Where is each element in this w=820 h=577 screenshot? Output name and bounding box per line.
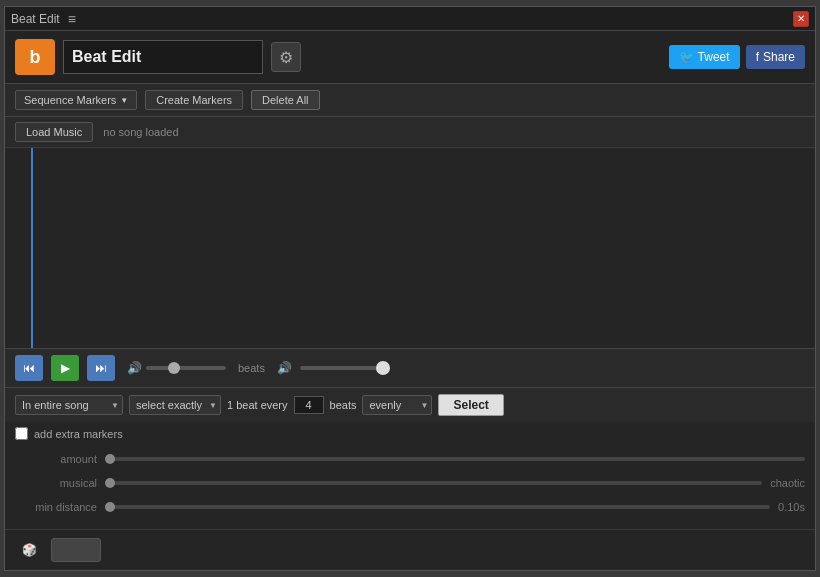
- header: b ⚙ 🐦 Tweet f Share: [5, 31, 815, 84]
- app-title-input[interactable]: [63, 40, 263, 74]
- gear-icon: ⚙: [279, 48, 293, 67]
- musical-slider-thumb[interactable]: [105, 478, 115, 488]
- beats-volume-icon: 🔊: [277, 361, 292, 375]
- beats-volume-section: 🔊: [277, 361, 390, 375]
- skip-forward-button[interactable]: ⏭: [87, 355, 115, 381]
- facebook-icon: f: [756, 50, 759, 64]
- sequence-markers-dropdown[interactable]: Sequence Markers: [15, 90, 137, 110]
- evenly-dropdown-wrapper: evenly randomly: [362, 395, 432, 415]
- min-distance-value: 0.10s: [778, 501, 805, 513]
- share-button[interactable]: f Share: [746, 45, 805, 69]
- slider-rows: amount musical chaotic min distance 0.10…: [5, 445, 815, 529]
- waveform-display: [5, 148, 815, 348]
- render-icon: 🎲: [15, 536, 43, 564]
- create-markers-label: Create Markers: [156, 94, 232, 106]
- create-markers-button[interactable]: Create Markers: [145, 90, 243, 110]
- window-title: Beat Edit: [11, 12, 60, 26]
- volume-icon: 🔊: [127, 361, 142, 375]
- waveform-area: [5, 148, 815, 348]
- select-mode-dropdown-wrapper: select exactly select at least select at…: [129, 395, 221, 415]
- select-button[interactable]: Select: [438, 394, 503, 416]
- tweet-label: Tweet: [698, 50, 730, 64]
- extra-markers-row: add extra markers: [5, 422, 815, 445]
- main-window: Beat Edit ≡ ✕ b ⚙ 🐦 Tweet f Share Sequ: [4, 6, 816, 571]
- no-song-status: no song loaded: [103, 126, 178, 138]
- share-label: Share: [763, 50, 795, 64]
- beats-slider-thumb[interactable]: [376, 361, 390, 375]
- close-button[interactable]: ✕: [793, 11, 809, 27]
- delete-all-label: Delete All: [262, 94, 308, 106]
- settings-button[interactable]: ⚙: [271, 42, 301, 72]
- amount-row: amount: [15, 449, 805, 469]
- title-bar: Beat Edit ≡ ✕: [5, 7, 815, 31]
- min-distance-slider-track[interactable]: [105, 505, 770, 509]
- chaotic-label: chaotic: [770, 477, 805, 489]
- transport-bar: ⏮ ▶ ⏭ 🔊 beats 🔊: [5, 348, 815, 388]
- load-music-button[interactable]: Load Music: [15, 122, 93, 142]
- min-distance-label: min distance: [15, 501, 105, 513]
- beat-number-input[interactable]: [294, 396, 324, 414]
- toolbar: Sequence Markers Create Markers Delete A…: [5, 84, 815, 117]
- add-extra-markers-label[interactable]: add extra markers: [15, 427, 123, 440]
- sequence-markers-label: Sequence Markers: [24, 94, 116, 106]
- musical-chaotic-row: musical chaotic: [15, 473, 805, 493]
- add-extra-markers-checkbox[interactable]: [15, 427, 28, 440]
- logo: b: [15, 39, 55, 75]
- play-icon: ▶: [61, 361, 70, 375]
- amount-label: amount: [15, 453, 105, 465]
- menu-icon[interactable]: ≡: [68, 11, 76, 27]
- load-row: Load Music no song loaded: [5, 117, 815, 148]
- beats-label: beats: [238, 362, 265, 374]
- beats-slider-track[interactable]: [300, 366, 390, 370]
- evenly-dropdown[interactable]: evenly randomly: [362, 395, 432, 415]
- bottom-bar: 🎲: [5, 529, 815, 570]
- beats-unit-label: beats: [330, 399, 357, 411]
- amount-slider-thumb[interactable]: [105, 454, 115, 464]
- twitter-icon: 🐦: [679, 50, 694, 64]
- select-mode-dropdown[interactable]: select exactly select at least select at…: [129, 395, 221, 415]
- delete-all-button[interactable]: Delete All: [251, 90, 319, 110]
- skip-forward-icon: ⏭: [95, 361, 107, 375]
- min-distance-slider-thumb[interactable]: [105, 502, 115, 512]
- skip-back-button[interactable]: ⏮: [15, 355, 43, 381]
- musical-slider-track[interactable]: [105, 481, 762, 485]
- playhead: [31, 148, 33, 348]
- musical-label: musical: [15, 477, 105, 489]
- volume-slider-thumb[interactable]: [168, 362, 180, 374]
- volume-section: 🔊: [127, 361, 226, 375]
- header-left: b ⚙: [15, 39, 301, 75]
- beat-every-label: 1 beat every: [227, 399, 288, 411]
- play-button[interactable]: ▶: [51, 355, 79, 381]
- range-dropdown-wrapper: In entire song In/out range Around playh…: [15, 395, 123, 415]
- social-buttons: 🐦 Tweet f Share: [669, 45, 805, 69]
- controls-bar: In entire song In/out range Around playh…: [5, 388, 815, 422]
- load-music-label: Load Music: [26, 126, 82, 138]
- add-extra-markers-text: add extra markers: [34, 428, 123, 440]
- min-distance-row: min distance 0.10s: [15, 497, 805, 517]
- tweet-button[interactable]: 🐦 Tweet: [669, 45, 740, 69]
- render-button[interactable]: [51, 538, 101, 562]
- title-bar-left: Beat Edit ≡: [11, 11, 76, 27]
- range-dropdown[interactable]: In entire song In/out range Around playh…: [15, 395, 123, 415]
- amount-slider-track[interactable]: [105, 457, 805, 461]
- render-icon-symbol: 🎲: [22, 543, 37, 557]
- volume-slider-track[interactable]: [146, 366, 226, 370]
- skip-back-icon: ⏮: [23, 361, 35, 375]
- select-button-label: Select: [453, 398, 488, 412]
